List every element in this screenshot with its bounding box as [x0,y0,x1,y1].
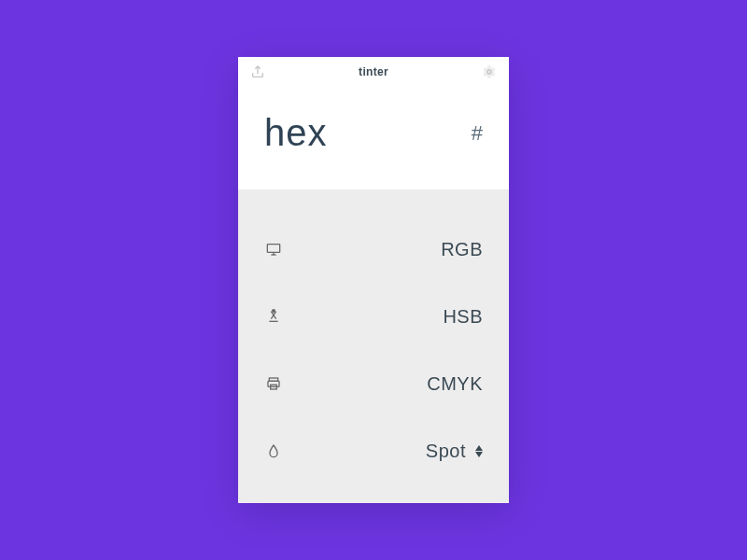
mode-row-hsb[interactable]: HSB [264,283,483,350]
svg-point-4 [273,310,275,313]
spot-stepper[interactable] [475,445,483,457]
mode-row-rgb[interactable]: RGB [264,216,483,283]
share-icon[interactable] [249,63,266,80]
drop-icon [264,441,283,460]
mode-label-spot: Spot [426,441,483,462]
app-window: tinter hex # RGB [238,57,509,503]
mode-row-cmyk[interactable]: CMYK [264,350,483,417]
monitor-icon [264,240,283,259]
app-title: tinter [359,65,388,78]
hex-section[interactable]: hex # [238,86,509,189]
mode-row-spot[interactable]: Spot [264,417,483,484]
mode-label-rgb: RGB [441,239,483,260]
svg-rect-6 [268,381,279,386]
hex-label: hex [264,112,328,154]
spot-text: Spot [426,441,466,462]
mode-label-cmyk: CMYK [427,373,483,395]
mode-label-hsb: HSB [443,306,483,328]
svg-rect-0 [267,245,279,253]
printer-icon [264,374,283,393]
hash-symbol: # [472,121,483,146]
gear-icon[interactable] [481,63,498,80]
header: tinter [238,57,509,86]
adjust-icon [264,307,283,326]
modes-section: RGB HSB CMYK [238,189,509,503]
